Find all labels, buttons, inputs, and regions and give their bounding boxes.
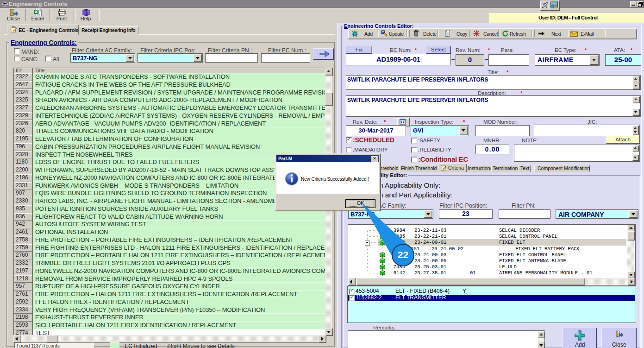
toolbar-close-button[interactable]: Close [2,9,25,21]
part-list-item-selected[interactable]: ✓ 1152682-2 ELT TRANSMITTER [348,295,635,301]
table-row[interactable]: 1218 REMOVAL FROM SERVICE IMPROPERLY REP… [14,275,325,283]
table-row[interactable]: 2592 FFE HALON FIREX - IDENTIFICATION / … [14,298,325,306]
attach-button[interactable]: Attach [606,136,640,144]
table-row[interactable]: 2647 FATIGUE CRACKS IN THE WEBS OF THE A… [14,81,325,89]
tab-ec-engineering-controls[interactable]: EC - Engineering Controls [7,25,79,35]
mod-number-input[interactable] [475,125,530,136]
spin-down-button[interactable] [633,109,640,116]
spin-down-button[interactable] [633,82,640,89]
title-textbox[interactable]: SWITLIK PARACHUTE LIFE PRESERVER INFLATO… [346,75,641,90]
table-row[interactable]: 2326 AERO ADVANTAGE - VACUUM PUMPS ADV20… [14,120,325,128]
col-header-title[interactable]: Title: [33,68,325,73]
table-row[interactable]: 2198 EXHAUST-THRUST REVERSER INNER [14,314,325,322]
safety-checkbox[interactable] [411,138,417,144]
dropdown-button[interactable] [126,54,134,62]
table-hscrollbar[interactable] [13,335,325,342]
company-combo[interactable]: AIR COMPANY [556,209,638,219]
editor-next-button[interactable]: Next [551,31,561,37]
dropdown-button[interactable] [629,210,638,218]
remarks-vscrollbar[interactable] [538,331,544,348]
table-row[interactable]: 2761 FIRE PROTECTION – HALON 1211 FIRE E… [14,291,325,298]
filter-ipc-pos-combo[interactable] [138,53,203,63]
table-row[interactable]: 2324 PLACARD / AFM SUPPLEMENT REVISION /… [14,89,325,97]
remarks-textbox[interactable] [348,330,545,348]
table-row[interactable]: 796 CABIN PRESSURIZATION PROCEDURES AIRP… [14,143,325,151]
editor-cancel-button[interactable]: Cancel [483,31,498,37]
scrollbar-track[interactable] [13,335,325,342]
filter-ac-family-combo[interactable]: B737-NG [70,53,135,63]
table-row[interactable]: 2334 VERY HIGH FREQUENCY (VHF/AM) TRANSC… [14,306,325,314]
table-row[interactable]: 2325 SHADIN AVIONICS - AIR DATA COMPUTER… [14,96,325,104]
reliability-checkbox[interactable] [411,147,417,153]
table-row[interactable]: 942 AUTOSHUTOFF SYSTEM WIRING TEST [14,221,325,228]
ata-input[interactable]: 25-00 [605,54,641,66]
jic-textbox[interactable] [534,125,640,136]
dropdown-button[interactable] [194,54,202,62]
spin-up-button[interactable] [633,76,640,83]
picture-toolbar-button[interactable] [550,0,560,11]
applicability-add-button[interactable]: Add [563,328,597,348]
scheduled-checkbox[interactable]: ✓ [346,137,352,143]
apply-filter-button[interactable] [313,48,334,60]
table-row[interactable]: 2759 FIRE FIGHTING ENTERPRISES LTD - HAL… [14,244,325,252]
editor-update-button[interactable]: Update [389,31,404,37]
table-row[interactable]: 2322 GARMIN MODE S ATC TRANSPONDERS - SO… [14,73,325,81]
scroll-right-button[interactable] [628,278,635,285]
tab-component-modification[interactable]: Component Modification [534,165,590,172]
scroll-left-button[interactable] [13,335,21,343]
ec-type-combo[interactable]: AIRFRAME [535,54,600,66]
applicability-close-button[interactable]: Close [601,328,637,348]
table-row[interactable]: 957 RUPTURE OF A HIGH-PRESSURE GASEOUS O… [14,283,325,291]
mnhr-input[interactable]: 0.00 [475,145,509,154]
all-checkbox[interactable] [45,56,51,62]
select-button[interactable]: Select [426,46,451,54]
apply-ipc-position-input[interactable]: 23 [439,209,493,219]
scroll-up-button[interactable] [325,68,333,76]
spin-up-button[interactable] [633,96,640,103]
ec-num-input[interactable]: AD1989-06-01 [346,54,451,65]
editor-refresh-button[interactable]: Refresh [510,31,526,37]
col-header-id[interactable]: ID: [14,68,33,73]
rev-date-input[interactable]: 30-Mar-2017 [346,125,406,136]
tab-termination[interactable]: Termination [491,165,519,172]
scroll-up-button[interactable] [538,331,545,338]
table-row[interactable]: 2461 OPTIONAL INSTALLATION [14,228,325,236]
table-row[interactable]: 2332 TRIMBLE OR FREEFLIGHT SYSTEMS 2101 … [14,259,325,267]
scroll-thumb[interactable] [627,231,635,240]
dropdown-button[interactable] [590,55,599,65]
scroll-up-button[interactable] [627,225,635,232]
minimize-button[interactable] [630,1,637,7]
tab-criteria[interactable]: Criteria [438,164,467,172]
scroll-thumb[interactable] [325,93,333,106]
scroll-down-button[interactable] [627,272,635,278]
toolbar-help-button[interactable]: ? Help [74,9,97,21]
table-row[interactable]: 2593 SICLI PORTABLE HALON 1211 FIREX IDE… [14,322,325,329]
filter-pn-input[interactable] [205,53,258,63]
tab-text[interactable]: Text [519,165,531,172]
editor-delete-button[interactable]: Delete [423,31,437,37]
toolbar-print-button[interactable]: Print [50,9,73,21]
note-textbox[interactable] [514,145,640,162]
inspection-type-combo[interactable]: GVI [411,125,469,136]
part-checkbox[interactable]: ✓ [349,289,355,294]
spin-up-button[interactable] [632,146,639,152]
conditional-ec-checkbox[interactable] [411,157,417,163]
restore-button[interactable] [637,1,644,7]
table-row[interactable]: 2195 ELEVATOR / TAB DETERMINATION OF CON… [14,135,325,143]
description-textbox[interactable]: SWITLIK PARACHUTE LIFE PRESERVER INFLATO… [346,95,641,117]
spin-down-button[interactable] [632,130,639,135]
spin-down-button[interactable] [632,155,639,161]
table-row[interactable]: 936 FLIGHTCREW REACT TO VALID CABIN ALTI… [14,213,325,221]
scroll-down-button[interactable] [538,342,545,348]
editor-email-button[interactable]: E-Mail [581,31,594,37]
mandatory-checkbox[interactable] [346,147,352,153]
mand-checkbox[interactable] [14,48,20,54]
table-row[interactable]: 2197 HONEYWELL NZ-2000 NAVIGATION COMPUT… [14,267,325,275]
part-list-item[interactable]: ✓ 453-5004 ELT - FIXED (B406-4) Y [348,288,635,295]
part-checkbox[interactable]: ✓ [349,295,355,301]
editor-copy-button[interactable]: Copy [456,31,467,37]
scroll-right-button[interactable] [319,335,326,343]
scroll-thumb[interactable] [46,335,58,343]
fix-button[interactable]: Fix [346,46,372,54]
airplane-toolbar-button[interactable] [540,0,550,11]
